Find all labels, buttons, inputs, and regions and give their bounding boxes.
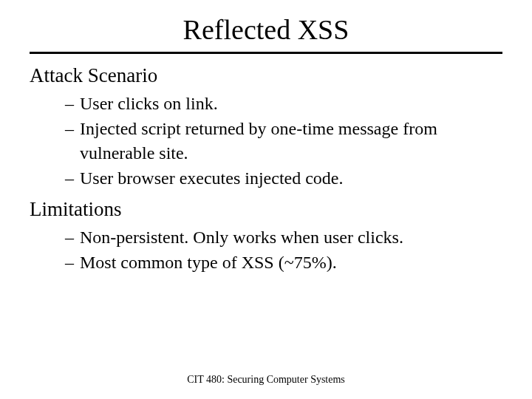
dash-icon: –	[65, 250, 74, 274]
slide-footer: CIT 480: Securing Computer Systems	[0, 374, 532, 386]
slide-title: Reflected XSS	[30, 13, 502, 46]
list-item: –User browser executes injected code.	[65, 166, 502, 190]
list-item: –User clicks on link.	[65, 92, 502, 115]
dash-icon: –	[65, 117, 74, 165]
list-item: –Most common type of XSS (~75%).	[65, 250, 502, 274]
dash-icon: –	[65, 225, 74, 249]
bullet-text: Most common type of XSS (~75%).	[80, 250, 337, 274]
section-heading-attack-scenario: Attack Scenario	[30, 64, 502, 87]
bullet-text: Injected script returned by one-time mes…	[80, 117, 502, 165]
list-item: –Injected script returned by one-time me…	[65, 117, 502, 165]
title-rule	[30, 52, 502, 54]
bullet-list: –User clicks on link. –Injected script r…	[65, 92, 502, 191]
slide: Reflected XSS Attack Scenario –User clic…	[0, 0, 532, 274]
dash-icon: –	[65, 166, 74, 190]
bullet-list: –Non-persistent. Only works when user cl…	[65, 225, 502, 275]
bullet-text: User clicks on link.	[80, 92, 218, 115]
bullet-text: Non-persistent. Only works when user cli…	[80, 225, 403, 249]
dash-icon: –	[65, 92, 74, 115]
list-item: –Non-persistent. Only works when user cl…	[65, 225, 502, 249]
section-heading-limitations: Limitations	[30, 198, 502, 221]
bullet-text: User browser executes injected code.	[80, 166, 344, 190]
